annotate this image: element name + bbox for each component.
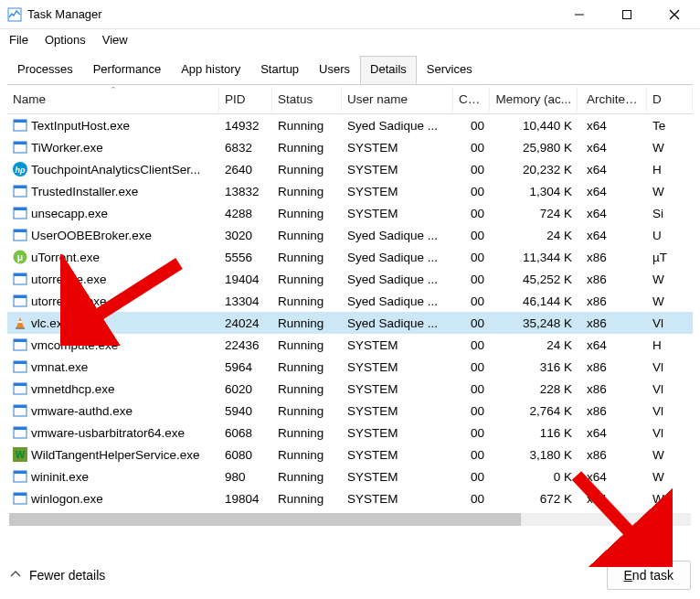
process-user: Syed Sadique ... [342, 293, 453, 310]
table-row[interactable]: UserOOBEBroker.exe3020RunningSyed Sadiqu… [7, 224, 693, 246]
svg-rect-20 [14, 273, 27, 276]
column-description[interactable]: D [647, 87, 693, 112]
process-status: Running [272, 315, 342, 332]
process-arch: x86 [578, 402, 647, 420]
menubar: File Options View [0, 29, 700, 50]
column-pid[interactable]: PID [219, 87, 272, 112]
process-pid: 19804 [219, 490, 272, 508]
table-row[interactable]: WWildTangentHelperService.exe6080Running… [7, 444, 693, 465]
process-arch: x64 [578, 205, 647, 222]
process-pid: 980 [219, 468, 272, 486]
process-cpu: 00 [453, 380, 490, 398]
process-desc: W [647, 183, 693, 200]
process-arch: x64 [578, 468, 647, 486]
process-cpu: 00 [453, 161, 490, 178]
scrollbar-thumb[interactable] [9, 513, 521, 526]
tab-users[interactable]: Users [309, 56, 360, 84]
process-user: SYSTEM [342, 402, 453, 420]
fewer-details-toggle[interactable]: Fewer details [9, 568, 105, 583]
column-status[interactable]: Status [272, 87, 342, 112]
process-memory: 11,344 K [490, 249, 578, 266]
process-icon: W [13, 447, 27, 462]
column-architecture[interactable]: Architec... [578, 87, 647, 112]
process-memory: 1,304 K [490, 183, 578, 200]
end-task-button[interactable]: End task [607, 561, 691, 590]
process-cpu: 00 [453, 205, 490, 222]
tab-services[interactable]: Services [417, 56, 483, 84]
menu-options[interactable]: Options [45, 33, 86, 47]
process-icon [13, 140, 27, 155]
tabbar: Processes Performance App history Startu… [0, 50, 700, 84]
process-desc: H [647, 161, 693, 178]
process-icon [13, 316, 27, 330]
process-name: TiWorker.exe [31, 141, 103, 155]
table-row[interactable]: vmnetdhcp.exe6020RunningSYSTEM00228 Kx86… [7, 378, 693, 400]
table-row[interactable]: utorrentie.exe13304RunningSyed Sadique .… [7, 290, 693, 312]
table-row[interactable]: vlc.exe24024RunningSyed Sadique ...0035,… [7, 312, 693, 334]
process-pid: 13832 [219, 183, 272, 200]
table-row[interactable]: vmnat.exe5964RunningSYSTEM00316 Kx86Vl [7, 356, 693, 378]
process-pid: 24024 [219, 315, 272, 332]
tab-performance[interactable]: Performance [83, 56, 171, 84]
process-memory: 25,980 K [490, 139, 578, 156]
process-cpu: 00 [453, 227, 490, 244]
table-row[interactable]: vmware-authd.exe5940RunningSYSTEM002,764… [7, 400, 693, 422]
horizontal-scrollbar[interactable] [9, 513, 691, 526]
process-user: Syed Sadique ... [342, 249, 453, 266]
minimize-button[interactable] [567, 4, 592, 26]
table-row[interactable]: vmware-usbarbitrator64.exe6068RunningSYS… [7, 422, 693, 444]
table-row[interactable]: vmcompute.exe22436RunningSYSTEM0024 Kx64… [7, 334, 693, 356]
process-memory: 672 K [490, 490, 578, 508]
process-user: SYSTEM [342, 380, 453, 398]
sort-caret-icon: ⌃ [110, 87, 117, 94]
process-name: WildTangentHelperService.exe [31, 448, 200, 462]
table-row[interactable]: unsecapp.exe4288RunningSYSTEM00724 Kx64S… [7, 202, 693, 224]
menu-view[interactable]: View [102, 33, 128, 47]
table-row[interactable]: TextInputHost.exe14932RunningSyed Sadiqu… [7, 114, 693, 136]
column-memory[interactable]: Memory (ac... [490, 87, 578, 112]
footer: Fewer details End task [9, 561, 691, 590]
svg-rect-29 [14, 361, 27, 364]
process-memory: 46,144 K [490, 293, 578, 310]
process-icon [13, 272, 27, 286]
process-desc: W [647, 446, 693, 464]
table-row[interactable]: winlogon.exe19804RunningSYSTEM00672 Kx64… [7, 487, 693, 509]
process-desc: U [647, 227, 693, 244]
table-row[interactable]: TrustedInstaller.exe13832RunningSYSTEM00… [7, 180, 693, 202]
process-memory: 20,232 K [490, 161, 578, 178]
process-desc: W [647, 468, 693, 486]
table-row[interactable]: utorrentie.exe19404RunningSyed Sadique .… [7, 268, 693, 290]
process-name: utorrentie.exe [31, 273, 107, 286]
column-cpu[interactable]: CPU [453, 87, 490, 112]
maximize-button[interactable] [614, 4, 640, 26]
process-memory: 116 K [490, 424, 578, 442]
process-user: SYSTEM [342, 490, 453, 508]
process-cpu: 00 [453, 117, 490, 134]
tab-processes[interactable]: Processes [7, 56, 83, 84]
process-memory: 24 K [490, 337, 578, 354]
process-desc: W [647, 490, 693, 508]
svg-rect-39 [14, 471, 27, 474]
process-icon: µ [13, 250, 27, 264]
titlebar: Task Manager [0, 0, 700, 29]
process-status: Running [272, 293, 342, 310]
close-button[interactable] [662, 4, 687, 26]
column-name[interactable]: Name⌃ [7, 87, 219, 112]
process-cpu: 00 [453, 337, 490, 354]
process-memory: 10,440 K [490, 117, 578, 134]
process-pid: 5964 [219, 358, 272, 376]
process-desc: Si [647, 205, 693, 222]
process-arch: x64 [578, 490, 647, 508]
table-row[interactable]: TiWorker.exe6832RunningSYSTEM0025,980 Kx… [7, 136, 693, 158]
column-username[interactable]: User name [342, 87, 453, 112]
table-row[interactable]: hpTouchpointAnalyticsClientSer...2640Run… [7, 158, 693, 180]
tab-details[interactable]: Details [360, 56, 417, 84]
table-row[interactable]: µuTorrent.exe5556RunningSyed Sadique ...… [7, 246, 693, 268]
process-status: Running [272, 139, 342, 156]
process-desc: W [647, 139, 693, 156]
process-status: Running [272, 161, 342, 178]
tab-app-history[interactable]: App history [171, 56, 250, 84]
tab-startup[interactable]: Startup [250, 56, 309, 84]
table-row[interactable]: wininit.exe980RunningSYSTEM000 Kx64W [7, 465, 693, 487]
menu-file[interactable]: File [9, 33, 28, 47]
